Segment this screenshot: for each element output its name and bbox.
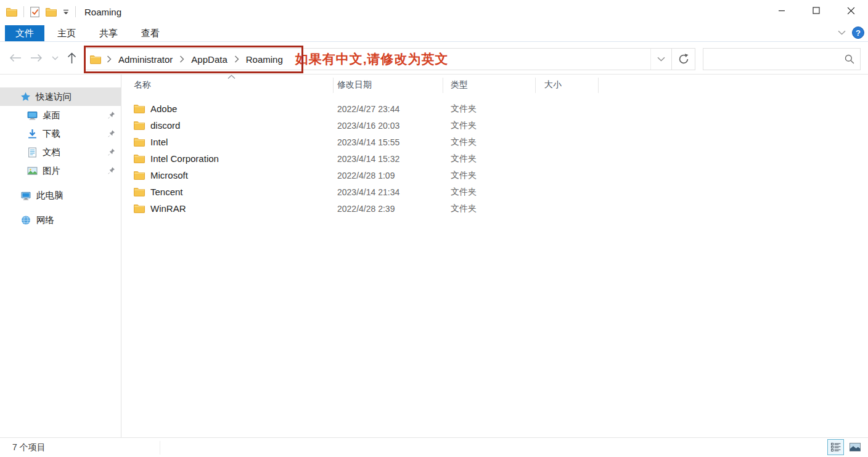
sidebar-item-label: 图片 <box>43 165 60 177</box>
properties-check-icon[interactable] <box>30 7 39 17</box>
column-separator[interactable] <box>598 78 599 93</box>
thumbnail-view-button[interactable] <box>846 439 863 455</box>
tab-view[interactable]: 查看 <box>131 25 170 41</box>
customize-qat-dropdown-icon[interactable] <box>63 9 69 15</box>
file-list-panel: 名称 修改日期 类型 大小 Adobe 2022/4/27 23:44 文件夹 … <box>121 75 868 437</box>
table-row[interactable]: WinRAR 2022/4/28 2:39 文件夹 <box>121 200 868 217</box>
column-separator[interactable] <box>333 78 334 93</box>
tab-share[interactable]: 共享 <box>89 25 128 41</box>
pin-icon[interactable] <box>107 148 115 156</box>
breadcrumb-chevron-icon[interactable] <box>179 55 184 63</box>
table-row[interactable]: Adobe 2022/4/27 23:44 文件夹 <box>121 100 868 117</box>
search-box[interactable] <box>703 48 861 70</box>
help-button[interactable]: ? <box>852 26 864 39</box>
file-type: 文件夹 <box>443 203 535 214</box>
up-button[interactable] <box>67 52 76 64</box>
folder-icon <box>134 187 145 196</box>
sidebar-item-label: 桌面 <box>43 110 60 121</box>
quick-access-toolbar: Roaming <box>6 6 121 17</box>
column-separator[interactable] <box>443 78 443 93</box>
window-title: Roaming <box>84 7 121 17</box>
sidebar-item-desktop[interactable]: 桌面 <box>0 106 121 124</box>
titlebar-separator <box>23 6 24 17</box>
sidebar-item-label: 下载 <box>43 128 60 140</box>
folder-icon <box>134 137 145 147</box>
sidebar-item-pictures[interactable]: 图片 <box>0 161 121 180</box>
file-type: 文件夹 <box>443 187 535 198</box>
close-button[interactable] <box>833 0 868 21</box>
pin-icon[interactable] <box>107 111 115 119</box>
file-name: Adobe <box>150 103 177 114</box>
this-pc-icon <box>20 190 31 201</box>
new-folder-icon[interactable] <box>46 7 57 17</box>
file-name: WinRAR <box>150 203 186 214</box>
item-count: 7 个项目 <box>12 442 46 453</box>
folder-icon <box>134 171 145 180</box>
forward-button[interactable] <box>30 54 43 62</box>
pin-icon[interactable] <box>107 166 115 174</box>
column-header-row: 名称 修改日期 类型 大小 <box>121 76 868 94</box>
app-folder-icon <box>6 7 17 17</box>
table-row[interactable]: Microsoft 2022/4/28 1:09 文件夹 <box>121 167 868 184</box>
address-bar[interactable]: Administrator AppData Roaming 如果有中文,请修改为… <box>84 48 695 70</box>
column-header-name[interactable]: 名称 <box>121 79 333 91</box>
status-bar: 7 个项目 <box>0 437 868 457</box>
breadcrumb-chevron-icon[interactable] <box>107 55 112 63</box>
tab-file[interactable]: 文件 <box>5 25 44 41</box>
sidebar-item-this-pc[interactable]: 此电脑 <box>0 186 121 204</box>
thumbnail-view-icon <box>850 443 861 451</box>
title-bar: Roaming <box>0 0 868 23</box>
table-row[interactable]: Tencent 2023/4/14 21:34 文件夹 <box>121 184 868 200</box>
search-input[interactable] <box>703 49 839 70</box>
sidebar-item-label: 此电脑 <box>36 190 63 201</box>
minimize-button[interactable] <box>764 0 799 21</box>
sidebar-item-documents[interactable]: 文档 <box>0 143 121 161</box>
breadcrumb-folder-icon <box>90 55 101 64</box>
breadcrumb: Administrator AppData Roaming <box>85 49 284 70</box>
details-view-icon <box>831 443 841 451</box>
desktop-icon <box>27 110 38 121</box>
table-row[interactable]: Intel 2023/4/14 15:55 文件夹 <box>121 134 868 150</box>
back-button[interactable] <box>9 54 22 62</box>
file-date: 2022/4/27 23:44 <box>333 104 443 114</box>
file-date: 2022/4/28 1:09 <box>333 171 443 180</box>
breadcrumb-item-roaming[interactable]: Roaming <box>245 53 284 66</box>
tab-home[interactable]: 主页 <box>47 25 86 41</box>
breadcrumb-item-appdata[interactable]: AppData <box>190 53 228 66</box>
status-separator <box>160 441 160 455</box>
main-area: 快速访问 桌面 下载 文档 图片 <box>0 74 868 437</box>
refresh-button[interactable] <box>671 49 695 70</box>
table-row[interactable]: discord 2023/4/16 20:03 文件夹 <box>121 117 868 134</box>
details-view-button[interactable] <box>827 439 844 455</box>
file-type: 文件夹 <box>443 170 535 181</box>
column-header-type[interactable]: 类型 <box>443 79 535 91</box>
column-header-size[interactable]: 大小 <box>535 79 598 91</box>
breadcrumb-item-administrator[interactable]: Administrator <box>117 53 174 66</box>
sidebar-item-downloads[interactable]: 下载 <box>0 124 121 143</box>
network-icon <box>20 215 31 225</box>
column-header-date-modified[interactable]: 修改日期 <box>333 79 443 91</box>
search-icon[interactable] <box>839 54 860 64</box>
chevron-down-icon <box>657 57 665 62</box>
file-type: 文件夹 <box>443 120 535 131</box>
file-type: 文件夹 <box>443 103 535 115</box>
folder-icon <box>134 154 145 163</box>
pin-icon[interactable] <box>107 129 115 137</box>
sidebar-item-network[interactable]: 网络 <box>0 211 121 229</box>
sidebar-item-quick-access[interactable]: 快速访问 <box>0 87 121 106</box>
file-name: discord <box>150 120 180 131</box>
file-name: Intel <box>150 137 168 147</box>
address-dropdown-button[interactable] <box>650 49 671 70</box>
file-date: 2023/4/14 15:32 <box>333 154 443 164</box>
table-row[interactable]: Intel Corporation 2023/4/14 15:32 文件夹 <box>121 150 868 167</box>
folder-icon <box>134 121 145 130</box>
titlebar-separator <box>75 6 76 17</box>
annotation-text: 如果有中文,请修改为英文 <box>295 51 449 68</box>
expand-ribbon-chevron-icon[interactable] <box>838 30 846 35</box>
documents-icon <box>27 147 38 158</box>
column-separator[interactable] <box>535 78 536 93</box>
recent-locations-chevron-icon[interactable] <box>52 56 59 60</box>
breadcrumb-chevron-icon[interactable] <box>234 55 239 63</box>
sort-ascending-icon[interactable] <box>227 75 235 79</box>
maximize-button[interactable] <box>799 0 833 21</box>
